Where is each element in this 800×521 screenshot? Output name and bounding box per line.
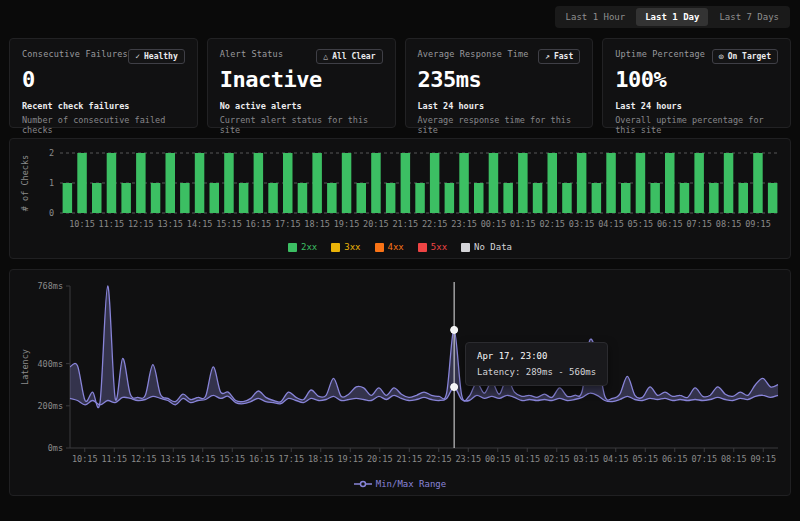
x-tick-label: 03:15 (574, 454, 600, 464)
status-bar-2xx[interactable] (136, 153, 146, 213)
bell-icon: △ (323, 52, 328, 61)
status-bar-2xx[interactable] (386, 183, 396, 213)
status-bar-2xx[interactable] (357, 183, 367, 213)
x-tick-label: 21:15 (393, 219, 419, 229)
status-bar-2xx[interactable] (371, 153, 381, 213)
legend-swatch (331, 243, 340, 252)
x-tick-label: 18:15 (304, 219, 330, 229)
latency-chart-panel: 0ms200ms400ms768msLatency10:1511:1512:15… (9, 269, 791, 496)
x-tick-label: 07:15 (692, 454, 718, 464)
badge-label: Healthy (144, 52, 178, 61)
status-bar-2xx[interactable] (63, 183, 73, 213)
status-bar-2xx[interactable] (401, 153, 411, 213)
status-bar-2xx[interactable] (518, 153, 528, 213)
x-tick-label: 09:15 (745, 219, 771, 229)
top-bar: Last 1 Hour Last 1 Day Last 7 Days (0, 0, 800, 34)
status-bar-2xx[interactable] (415, 183, 425, 213)
status-bar-2xx[interactable] (533, 183, 543, 213)
status-bar-2xx[interactable] (342, 153, 352, 213)
status-bar-2xx[interactable] (709, 183, 719, 213)
checks-legend-item: 2xx (288, 242, 317, 252)
status-bar-2xx[interactable] (739, 183, 749, 213)
status-bar-2xx[interactable] (650, 183, 660, 213)
status-bar-2xx[interactable] (283, 153, 293, 213)
status-bar-2xx[interactable] (77, 153, 87, 213)
minmax-line-icon (354, 480, 372, 488)
time-range-last-1-hour[interactable]: Last 1 Hour (557, 8, 635, 26)
time-range-last-1-day[interactable]: Last 1 Day (636, 8, 708, 26)
status-bar-2xx[interactable] (680, 183, 690, 213)
y-tick-label: 0ms (48, 443, 63, 453)
status-bar-2xx[interactable] (474, 183, 484, 213)
x-tick-label: 16:15 (246, 219, 272, 229)
card-description: Overall uptime percentage for this site (615, 115, 778, 135)
tooltip-latency-value: Latency: 289ms - 560ms (477, 367, 596, 377)
status-bar-2xx[interactable] (459, 153, 469, 213)
status-bar-2xx[interactable] (195, 153, 205, 213)
x-tick-label: 17:15 (279, 454, 305, 464)
status-bar-2xx[interactable] (636, 153, 646, 213)
x-tick-label: 12:15 (131, 454, 157, 464)
badge-label: All Clear (332, 52, 375, 61)
x-tick-label: 22:15 (422, 219, 448, 229)
card-subtitle: Recent check failures (22, 101, 185, 111)
status-bar-2xx[interactable] (430, 153, 440, 213)
status-bar-2xx[interactable] (577, 153, 587, 213)
y-tick-label: 1 (49, 178, 54, 188)
status-bar-2xx[interactable] (151, 183, 161, 213)
y-axis-title: Latency (20, 349, 30, 385)
x-tick-label: 06:15 (662, 454, 688, 464)
x-tick-label: 19:15 (338, 454, 364, 464)
x-tick-label: 13:15 (161, 454, 187, 464)
status-bar-2xx[interactable] (768, 183, 778, 213)
status-bar-2xx[interactable] (724, 153, 734, 213)
status-bar-2xx[interactable] (254, 153, 264, 213)
status-badge-fast: ↗ Fast (538, 49, 580, 64)
x-tick-label: 13:15 (157, 219, 183, 229)
status-bar-2xx[interactable] (166, 153, 176, 213)
status-bar-2xx[interactable] (694, 153, 704, 213)
status-bar-2xx[interactable] (548, 153, 558, 213)
status-bar-2xx[interactable] (753, 153, 763, 213)
y-axis-title: # of Checks (20, 155, 30, 211)
x-tick-label: 04:15 (603, 454, 629, 464)
status-bar-2xx[interactable] (621, 183, 631, 213)
status-bar-2xx[interactable] (121, 183, 130, 213)
legend-swatch (375, 243, 384, 252)
x-tick-label: 17:15 (275, 219, 301, 229)
status-bar-2xx[interactable] (665, 153, 675, 213)
card-uptime-percentage: Uptime Percentage ◎ On Target 100% Last … (602, 38, 791, 128)
legend-label: Min/Max Range (376, 479, 446, 489)
status-bar-2xx[interactable] (107, 153, 117, 213)
status-badge-on-target: ◎ On Target (712, 49, 778, 64)
status-bar-2xx[interactable] (592, 183, 602, 213)
latency-line-chart[interactable]: 0ms200ms400ms768msLatency10:1511:1512:15… (18, 276, 784, 476)
status-bar-2xx[interactable] (92, 183, 102, 213)
status-bar-2xx[interactable] (445, 183, 455, 213)
status-bar-2xx[interactable] (298, 183, 308, 213)
card-description: Average response time for this site (418, 115, 581, 135)
status-bar-2xx[interactable] (210, 183, 220, 213)
time-range-last-7-days[interactable]: Last 7 Days (710, 8, 788, 26)
y-tick-label: 0 (49, 208, 54, 218)
status-bar-2xx[interactable] (180, 183, 190, 213)
status-bar-2xx[interactable] (606, 153, 616, 213)
status-bar-2xx[interactable] (268, 183, 278, 213)
latency-legend-item: Min/Max Range (354, 479, 446, 489)
status-bar-2xx[interactable] (224, 153, 234, 213)
x-tick-label: 05:15 (628, 219, 654, 229)
status-bar-2xx[interactable] (562, 183, 572, 213)
status-bar-2xx[interactable] (239, 183, 249, 213)
y-tick-label: 400ms (37, 359, 63, 369)
latency-chart-legend: Min/Max Range (18, 476, 782, 492)
checks-bar-chart[interactable]: 012# of Checks10:1511:1512:1513:1514:151… (18, 145, 784, 239)
card-title: Consecutive Failures (22, 49, 128, 59)
status-bar-2xx[interactable] (327, 183, 337, 213)
card-value: 0 (22, 67, 185, 92)
x-tick-label: 00:15 (481, 219, 507, 229)
status-bar-2xx[interactable] (503, 183, 513, 213)
card-description: Number of consecutive failed checks (22, 115, 185, 135)
status-bar-2xx[interactable] (312, 153, 322, 213)
status-bar-2xx[interactable] (489, 153, 499, 213)
legend-label: No Data (474, 242, 512, 252)
